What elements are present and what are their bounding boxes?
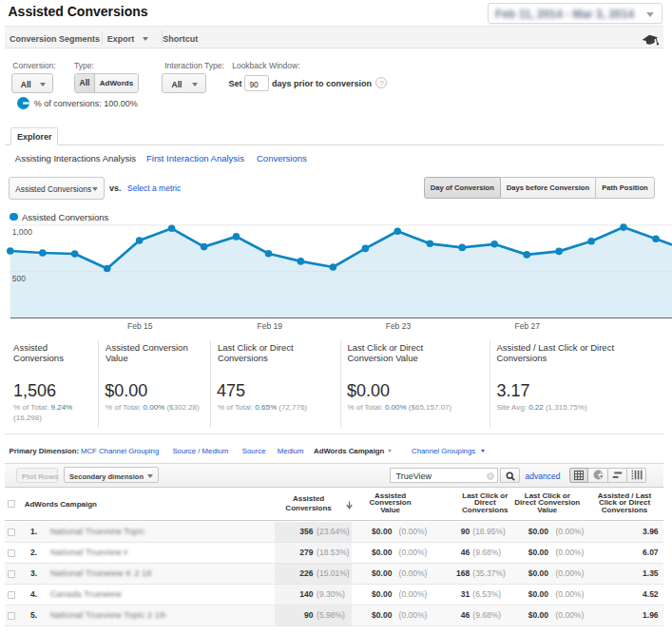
svg-text:Feb 23: Feb 23 — [386, 321, 412, 331]
svg-text:Feb 15: Feb 15 — [127, 321, 153, 331]
svg-text:Feb 27: Feb 27 — [515, 321, 541, 331]
svg-text:1,000: 1,000 — [12, 227, 33, 237]
svg-text:Feb 19: Feb 19 — [258, 321, 283, 331]
svg-text:500: 500 — [12, 274, 26, 283]
